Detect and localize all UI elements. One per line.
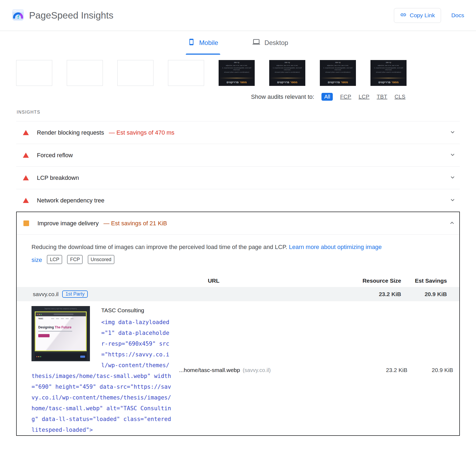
chevron-down-icon[interactable] (449, 197, 456, 205)
thumb-def2: shrewd (often used in combination) (224, 71, 249, 73)
address-bar (54, 314, 74, 315)
chevron-up-icon[interactable] (449, 219, 456, 227)
warn-square-icon (23, 220, 29, 226)
thumb-word: sav·vy (285, 61, 290, 64)
header-actions: Copy Link Docs (394, 8, 464, 23)
tab-desktop-label: Desktop (264, 39, 288, 47)
thumb-footer-rest: פרוייקטים (378, 81, 390, 84)
filter-all[interactable]: All (321, 93, 333, 101)
audit-row-forced-reflow[interactable]: Forced reflow (16, 144, 460, 166)
column-header-resource-size: Resource Size (361, 278, 401, 284)
thumb-footer: מספר פרוייקטים (219, 78, 255, 86)
window-dot (39, 314, 40, 315)
url-preview-cell: בתוספים והתוצאה מדייקת ברמת הפיקסל TASC (32, 305, 172, 435)
window-dot (41, 314, 42, 315)
preview-cta-button (38, 334, 50, 337)
thumb-word: sav·vy (234, 61, 239, 64)
audit-table: URL Resource Size Est Savings savvy.co.i… (32, 275, 453, 435)
thumb-word: sav·vy (386, 61, 391, 64)
link-icon (400, 12, 407, 19)
preview-blue-button (80, 356, 85, 358)
filter-fcp[interactable]: FCP (340, 94, 351, 100)
expanded-audit-improve-image-delivery: Improve image delivery — Est savings of … (16, 212, 460, 436)
thumb-footer-rest: פרוייקטים (277, 81, 289, 84)
filter-tbt[interactable]: TBT (377, 94, 387, 100)
device-tabs: Mobile Desktop (0, 31, 476, 55)
window-dot (40, 356, 41, 357)
resource-domain: (savvy.co.il) (243, 367, 271, 373)
thumb-def1: 1. experienced, knowledgeable, and well … (370, 67, 407, 71)
chevron-down-icon[interactable] (449, 174, 456, 182)
screenshot-filmstrip: sav·vy adjective, sav·vi·er, sav·vi·est.… (16, 60, 460, 86)
thumb-def1: 1. experienced, knowledgeable, and well … (269, 67, 305, 71)
thumb-pos: adjective, sav·vi·er, sav·vi·est. (226, 64, 247, 66)
chip-fcp: FCP (67, 255, 83, 264)
active-tab-underline (186, 54, 220, 55)
thumb-footer: מספר פרוייקטים (269, 78, 305, 86)
tab-mobile-label: Mobile (199, 39, 218, 47)
resource-size-value: 23.2 KiB (367, 367, 407, 373)
audit-row-network-tree[interactable]: Network dependency tree (16, 189, 460, 212)
filmstrip-thumbnail-dark: sav·vy adjective, sav·vi·er, sav·vi·est.… (370, 60, 407, 86)
group-domain: savvy.co.il (33, 291, 58, 297)
table-group-row: savvy.co.il 1st Party 23.2 KiB 20.9 KiB (17, 287, 459, 301)
filter-lcp[interactable]: LCP (359, 94, 369, 100)
thumb-footer-accent: מספר (391, 81, 398, 84)
thumb-def1: 1. experienced, knowledgeable, and well … (219, 67, 255, 71)
audit-title: Network dependency tree (37, 197, 104, 204)
docs-link[interactable]: Docs (451, 12, 464, 19)
filter-cls[interactable]: CLS (395, 94, 405, 100)
filmstrip-thumbnail-dark: sav·vy adjective, sav·vi·er, sav·vi·est.… (269, 60, 305, 86)
preview-headline: Designing The Future (38, 325, 83, 329)
thumb-footer-accent: מספר (341, 81, 348, 84)
audit-title: Improve image delivery (37, 220, 99, 227)
audit-savings: — Est savings of 21 KiB (103, 220, 167, 227)
fail-triangle-icon (23, 175, 29, 180)
fail-triangle-icon (23, 153, 29, 158)
chevron-down-icon[interactable] (449, 151, 456, 159)
column-header-est-savings: Est Savings (401, 278, 447, 284)
copy-link-button[interactable]: Copy Link (394, 8, 441, 23)
page-screenshot-thumbnail: בתוספים והתוצאה מדייקת ברמת הפיקסל TASC (32, 306, 90, 361)
chip-unscored: Unscored (88, 255, 114, 264)
audit-savings: — Est savings of 470 ms (109, 129, 174, 136)
column-header-url: URL (32, 278, 361, 284)
window-dot (37, 314, 38, 315)
audit-description: Reducing the download time of images can… (32, 241, 392, 266)
audit-title: Forced reflow (37, 152, 73, 159)
thumb-def2: shrewd (often used in combination) (376, 71, 401, 73)
thumb-pos: adjective, sav·vi·er, sav·vi·est. (276, 64, 298, 66)
laptop-icon (253, 38, 260, 47)
app-header: PageSpeed Insights Copy Link Docs (0, 0, 476, 31)
filmstrip-thumbnail-dark: sav·vy adjective, sav·vi·er, sav·vi·est.… (219, 60, 255, 86)
window-dot (38, 356, 39, 357)
description-text: Reducing the download time of images can… (32, 244, 287, 250)
group-est-savings: 20.9 KiB (401, 291, 447, 297)
preview-second-window-strip (35, 353, 87, 360)
url-cell: ...home/tasc-small.webp(savvy.co.il) (172, 367, 367, 373)
thumb-pos: adjective, sav·vi·er, sav·vi·est. (378, 64, 399, 66)
insights-heading: INSIGHTS (17, 110, 476, 115)
tab-desktop[interactable]: Desktop (250, 31, 290, 55)
thumb-def2: shrewd (often used in combination) (275, 71, 300, 73)
tab-mobile[interactable]: Mobile (186, 31, 220, 55)
preview-subline (38, 331, 72, 332)
thumb-def2: shrewd (often used in combination) (325, 71, 350, 73)
brand: PageSpeed Insights (12, 9, 113, 22)
filmstrip-thumbnail-blank (168, 60, 204, 86)
thumb-footer: מספר פרוייקטים (370, 78, 407, 86)
est-savings-value: 20.9 KiB (407, 367, 453, 373)
smartphone-icon (188, 38, 195, 47)
thumb-footer-accent: מספר (240, 81, 247, 84)
preview-headline-dark: Designing (38, 325, 54, 329)
filter-label: Show audits relevant to: (251, 93, 314, 100)
first-party-badge: 1st Party (62, 290, 88, 298)
preview-caption: בתוספים והתוצאה מדייקת ברמת הפיקסל (32, 308, 90, 310)
audit-row-improve-image-delivery[interactable]: Improve image delivery — Est savings of … (17, 212, 459, 235)
chevron-down-icon[interactable] (449, 129, 456, 137)
thumb-footer-rest: פרוייקטים (328, 81, 340, 84)
chip-lcp: LCP (47, 255, 62, 264)
audit-row-lcp-breakdown[interactable]: LCP breakdown (16, 166, 460, 189)
filmstrip-thumbnail-blank (117, 60, 153, 86)
audit-row-render-blocking[interactable]: Render blocking requests — Est savings o… (16, 121, 460, 144)
